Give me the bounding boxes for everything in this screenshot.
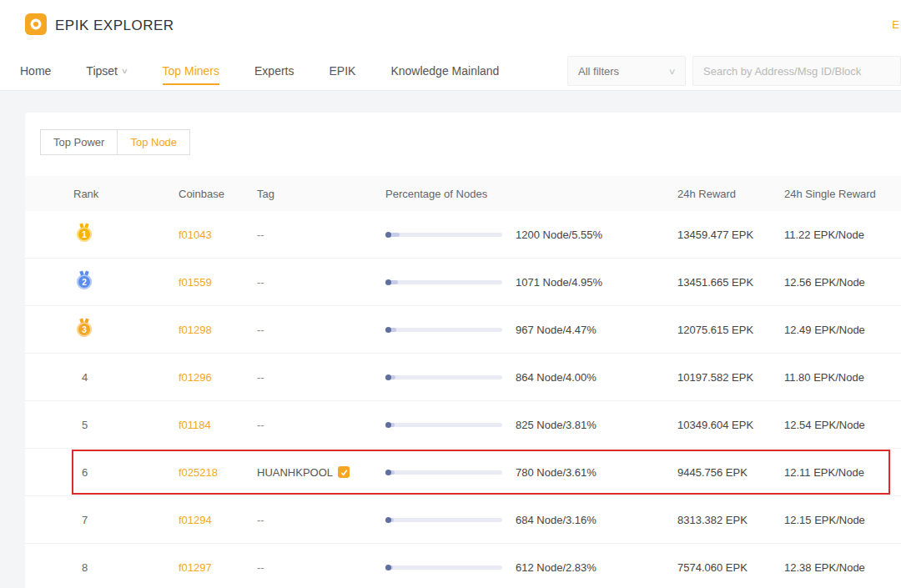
progress-dot-icon [385, 470, 391, 475]
node-progress-bar [385, 518, 502, 522]
coinbase-link[interactable]: f01184 [179, 419, 211, 431]
miners-card: Top Power Top Node RankCoinbaseTagPercen… [25, 113, 901, 588]
nav-item-experts[interactable]: Experts [254, 52, 294, 90]
percentage-cell: 967 Node/4.47% [385, 324, 677, 336]
reward-text: 9445.756 EPK [677, 466, 747, 479]
nav-items: HomeTipset∨Top MinersExpertsEPIKKnowledg… [20, 52, 534, 90]
table-row: 7f01294--684 Node/3.16%8313.382 EPK12.15… [25, 496, 901, 544]
table-body: 1f01043--1200 Node/5.55%13459.477 EPK11.… [25, 211, 901, 588]
percentage-cell: 864 Node/4.00% [385, 371, 677, 384]
coinbase-link[interactable]: f01043 [179, 229, 212, 241]
nav-item-label: Top Miners [163, 64, 219, 78]
reward-cell: 13451.665 EPK [677, 276, 784, 289]
reward-text: 10197.582 EPK [677, 371, 753, 384]
top-node-tab[interactable]: Top Node [117, 129, 190, 155]
percentage-cell: 1071 Node/4.95% [385, 276, 677, 289]
all-filters-label: All filters [578, 65, 619, 78]
single-reward-cell: 12.49 EPK/Node [784, 324, 901, 336]
rank-cell: 6 [73, 466, 179, 479]
coinbase-link[interactable]: f01297 [179, 561, 212, 574]
node-progress-bar [385, 423, 502, 427]
all-filters-select[interactable]: All filters ∨ [567, 56, 686, 86]
table-row: 1f01043--1200 Node/5.55%13459.477 EPK11.… [25, 211, 901, 259]
verified-icon [338, 466, 350, 478]
search-input[interactable] [692, 56, 901, 86]
node-progress-bar [385, 565, 502, 570]
single-reward-text: 12.54 EPK/Node [784, 419, 865, 431]
tag-cell: -- [257, 324, 385, 336]
reward-text: 10349.604 EPK [677, 419, 753, 431]
nodes-text: 967 Node/4.47% [516, 324, 596, 336]
reward-cell: 13459.477 EPK [677, 229, 784, 241]
coinbase-link[interactable]: f01294 [179, 514, 212, 526]
brand-logo-icon [25, 13, 47, 38]
reward-text: 7574.060 EPK [677, 561, 747, 574]
tag-label: -- [257, 276, 264, 289]
rank-number: 4 [73, 371, 88, 384]
column-header: 24h Single Reward [784, 188, 901, 200]
rank-number: 5 [73, 419, 88, 431]
tag-cell: -- [257, 229, 385, 241]
percentage-cell: 684 Node/3.16% [385, 514, 677, 526]
tag-label: HUANHKPOOL [257, 466, 333, 479]
reward-text: 13459.477 EPK [677, 229, 753, 241]
tag-cell: -- [257, 371, 385, 384]
progress-dot-icon [385, 422, 391, 428]
miner-view-toggle: Top Power Top Node [40, 129, 901, 155]
nav-item-epik[interactable]: EPIK [330, 52, 356, 90]
coinbase-link[interactable]: f01559 [179, 276, 212, 289]
miners-table: RankCoinbaseTagPercentage of Nodes24h Re… [25, 176, 901, 588]
nav-item-top-miners[interactable]: Top Miners [163, 52, 219, 90]
nodes-text: 1071 Node/4.95% [516, 276, 602, 289]
single-reward-cell: 11.22 EPK/Node [784, 229, 901, 241]
reward-cell: 10349.604 EPK [677, 419, 784, 431]
reward-cell: 10197.582 EPK [677, 371, 784, 384]
progress-dot-icon [385, 565, 391, 570]
reward-cell: 12075.615 EPK [677, 324, 784, 336]
table-header-row: RankCoinbaseTagPercentage of Nodes24h Re… [25, 176, 901, 211]
nodes-text: 864 Node/4.00% [516, 371, 596, 384]
nodes-text: 825 Node/3.81% [516, 419, 596, 431]
node-progress-bar [385, 233, 502, 237]
coinbase-link[interactable]: f025218 [179, 466, 218, 479]
single-reward-cell: 11.80 EPK/Node [784, 371, 901, 384]
single-reward-cell: 12.56 EPK/Node [784, 276, 901, 289]
nodes-text: 780 Node/3.61% [516, 466, 596, 479]
rank-cell: 8 [73, 561, 179, 574]
tag-label: -- [257, 561, 264, 574]
column-header: Tag [257, 188, 385, 200]
nav-item-tipset[interactable]: Tipset∨ [86, 52, 127, 90]
single-reward-text: 12.11 EPK/Node [784, 466, 864, 479]
rank-cell: 2 [73, 274, 179, 289]
progress-dot-icon [385, 279, 391, 285]
brand: EPIK EXPLORER [25, 13, 174, 38]
coinbase-link[interactable]: f01296 [179, 371, 212, 384]
coinbase-link[interactable]: f01298 [179, 324, 212, 336]
reward-text: 12075.615 EPK [677, 324, 753, 336]
tag-cell: -- [257, 276, 385, 289]
main-nav: HomeTipset∨Top MinersExpertsEPIKKnowledg… [0, 52, 901, 91]
single-reward-cell: 12.38 EPK/Node [784, 561, 901, 574]
language-toggle[interactable]: E [892, 18, 899, 31]
percentage-cell: 1200 Node/5.55% [385, 229, 677, 241]
coinbase-cell: f01184 [179, 419, 257, 431]
node-progress-bar [385, 375, 502, 379]
rank-cell: 5 [73, 419, 179, 431]
table-row: 6f025218HUANHKPOOL780 Node/3.61%9445.756… [25, 449, 901, 496]
reward-cell: 7574.060 EPK [677, 561, 784, 574]
tag-cell: -- [257, 561, 385, 574]
nodes-text: 1200 Node/5.55% [516, 229, 602, 241]
tag-label: -- [257, 229, 264, 241]
single-reward-text: 11.80 EPK/Node [784, 371, 864, 384]
tag-label: -- [257, 324, 264, 336]
table-row: 2f01559--1071 Node/4.95%13451.665 EPK12.… [25, 259, 901, 306]
nav-item-home[interactable]: Home [20, 52, 51, 90]
medal-icon: 1 [77, 227, 92, 242]
rank-cell: 7 [73, 514, 179, 526]
top-power-tab[interactable]: Top Power [40, 129, 118, 155]
nav-item-knowledge-mainland[interactable]: Knowledge Mainland [390, 52, 499, 90]
percentage-cell: 612 Node/2.83% [385, 561, 677, 574]
rank-number: 8 [73, 561, 88, 574]
nav-right: All filters ∨ [567, 56, 901, 86]
nav-item-label: Knowledge Mainland [390, 64, 499, 78]
